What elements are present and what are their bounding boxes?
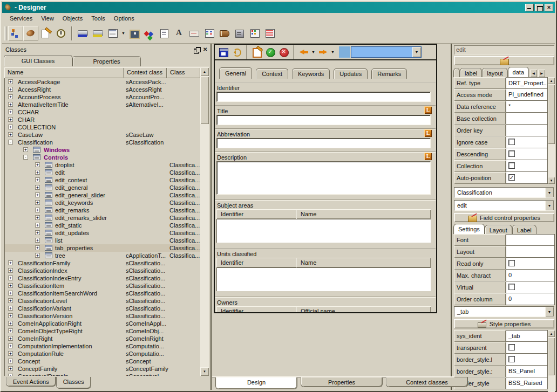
tree-row[interactable]: +ClassificationIndexEntrysClassificatio.… xyxy=(5,274,200,282)
expand-plus-icon[interactable]: + xyxy=(35,170,40,175)
expand-plus-icon[interactable]: + xyxy=(8,268,13,273)
scroll-up-icon[interactable]: ▲ xyxy=(548,330,555,337)
column-header-identifier[interactable]: Identifier xyxy=(216,209,296,219)
style-grid-scrollbar[interactable]: ▲ ▼ xyxy=(548,330,555,392)
tree-row[interactable]: +ComeInRightsComeInRight xyxy=(5,335,200,342)
expand-plus-icon[interactable]: + xyxy=(35,185,40,190)
unchecked-checkbox-icon[interactable] xyxy=(508,284,515,290)
close-panel-icon[interactable] xyxy=(202,46,209,53)
tree-row[interactable]: +AccessRightsAccessRight xyxy=(5,86,200,93)
expand-minus-icon[interactable]: - xyxy=(23,155,28,160)
expand-minus-icon[interactable]: - xyxy=(8,140,13,145)
tree-row[interactable]: +ComeInObjectTypeRightsComeInObj... xyxy=(5,327,200,335)
property-value[interactable]: 0 xyxy=(506,270,555,281)
unchecked-checkbox-icon[interactable] xyxy=(508,260,515,266)
expand-plus-icon[interactable]: + xyxy=(8,102,13,107)
expand-plus-icon[interactable]: + xyxy=(8,79,13,84)
column-header-name[interactable]: Name xyxy=(296,258,431,267)
tree-row[interactable]: +ClassificationVersionsClassificatio... xyxy=(5,312,200,320)
expand-plus-icon[interactable]: + xyxy=(8,132,13,137)
tree-row[interactable]: +ClassificationIndexsClassificatio... xyxy=(5,267,200,274)
expand-plus-icon[interactable]: + xyxy=(35,230,40,235)
scroll-up-icon[interactable]: ▲ xyxy=(200,67,209,76)
expand-plus-icon[interactable]: + xyxy=(35,177,40,182)
tree-row[interactable]: +CaseLawsCaseLaw xyxy=(5,131,200,139)
property-value[interactable]: DRT_Propert... xyxy=(506,77,548,89)
tab-event-actions[interactable]: Event Actions xyxy=(6,377,56,387)
property-value[interactable] xyxy=(506,113,548,125)
expand-plus-icon[interactable]: + xyxy=(35,245,40,250)
tree-scrollbar[interactable]: ▲ ▼ xyxy=(200,67,209,376)
float-panel-icon[interactable] xyxy=(193,46,201,53)
scrollbar-thumb[interactable] xyxy=(548,338,555,375)
column-header-context-class[interactable]: Context class xyxy=(124,67,167,78)
tab-label[interactable]: label xyxy=(460,68,482,77)
expand-plus-icon[interactable]: + xyxy=(8,117,13,122)
info-button[interactable] xyxy=(53,26,69,40)
form-dots-button[interactable] xyxy=(247,26,262,40)
language-icon[interactable] xyxy=(424,153,432,160)
tab-properties[interactable]: Properties xyxy=(72,56,141,66)
tab-classes[interactable]: Classes xyxy=(56,377,91,389)
scroll-down-icon[interactable]: ▼ xyxy=(200,367,209,376)
property-value[interactable] xyxy=(506,246,555,258)
tree-row[interactable]: +edit_staticClassifica... xyxy=(5,222,200,229)
expand-plus-icon[interactable]: + xyxy=(8,306,13,311)
tree-row[interactable]: +Windows xyxy=(5,146,200,154)
tree-row[interactable]: +ComputationImplementationsComputatio... xyxy=(5,342,200,350)
grid-form-button[interactable] xyxy=(202,26,217,40)
tab-Layout[interactable]: Layout xyxy=(485,225,512,234)
chevron-down-icon[interactable]: ▼ xyxy=(310,45,316,59)
tree-row[interactable]: +ClassificationItemsClassificatio... xyxy=(5,282,200,290)
menu-tools[interactable]: Tools xyxy=(87,14,110,23)
close-button[interactable] xyxy=(545,4,553,11)
column-header-official-name[interactable]: Official name xyxy=(296,306,431,312)
tab-updates[interactable]: Updates xyxy=(334,68,368,79)
menu-options[interactable]: Options xyxy=(110,14,139,23)
unchecked-checkbox-icon[interactable] xyxy=(508,344,515,350)
expand-plus-icon[interactable]: + xyxy=(8,291,13,295)
tree-row[interactable]: +ClassificationVariantsClassificatio... xyxy=(5,305,200,312)
unchecked-checkbox-icon[interactable] xyxy=(508,139,515,145)
tree-row[interactable]: +edit_contextClassifica... xyxy=(5,176,200,184)
description-textarea[interactable] xyxy=(216,161,431,195)
chevron-down-icon[interactable]: ▼ xyxy=(412,47,421,57)
tab-combobox[interactable]: _tab ▼ xyxy=(454,306,554,317)
expand-plus-icon[interactable]: + xyxy=(8,359,13,363)
edit-form-button[interactable] xyxy=(38,26,53,40)
property-value[interactable] xyxy=(506,354,548,366)
tree-row[interactable]: +edit_remarks_sliderClassifica... xyxy=(5,214,200,222)
chevron-down-icon[interactable]: ▼ xyxy=(545,201,554,210)
expand-plus-icon[interactable]: + xyxy=(8,298,13,303)
machine-button[interactable] xyxy=(232,26,247,40)
tree-row[interactable]: +ClassificationFamilysClassificatio... xyxy=(5,259,200,267)
maximize-button[interactable] xyxy=(535,4,544,11)
cancel-button[interactable] xyxy=(277,46,290,59)
checked-checkbox-icon[interactable] xyxy=(508,174,515,181)
verify-button[interactable] xyxy=(250,46,263,59)
expand-plus-icon[interactable]: + xyxy=(8,94,13,99)
back-button[interactable] xyxy=(297,46,310,59)
tree-row[interactable]: +ComeInApplicationRightsComeInAppl... xyxy=(5,320,200,327)
form-window-button[interactable] xyxy=(105,26,120,40)
tab-remarks[interactable]: Remarks xyxy=(371,68,407,79)
expand-plus-icon[interactable]: + xyxy=(8,260,13,265)
tab-context-classes[interactable]: Context classes xyxy=(386,377,468,387)
scrollbar-thumb[interactable] xyxy=(200,77,209,124)
subject-areas-table-body[interactable] xyxy=(216,219,431,243)
tree-row[interactable]: +AlternativeItemTitlesAlternativeI... xyxy=(5,101,200,108)
tab-context[interactable]: Context xyxy=(256,68,288,79)
property-value[interactable]: * xyxy=(506,101,548,113)
chevron-down-icon[interactable]: ▼ xyxy=(330,45,336,59)
expand-plus-icon[interactable]: + xyxy=(8,321,13,326)
chevron-down-icon[interactable]: ▼ xyxy=(545,307,554,317)
expand-plus-icon[interactable]: + xyxy=(35,208,40,212)
tree-row[interactable]: +edit_updatesClassifica... xyxy=(5,229,200,237)
tree-row[interactable]: +ConceptualDomainsConceptual xyxy=(5,373,200,376)
property-value[interactable] xyxy=(506,172,548,184)
tab-design[interactable]: Design xyxy=(215,377,297,389)
tree-row[interactable]: +ClassificationLevelsClassificatio... xyxy=(5,297,200,305)
scrollbar-thumb[interactable] xyxy=(548,85,555,144)
expand-plus-icon[interactable]: + xyxy=(8,366,13,371)
colors-button[interactable] xyxy=(141,26,157,40)
